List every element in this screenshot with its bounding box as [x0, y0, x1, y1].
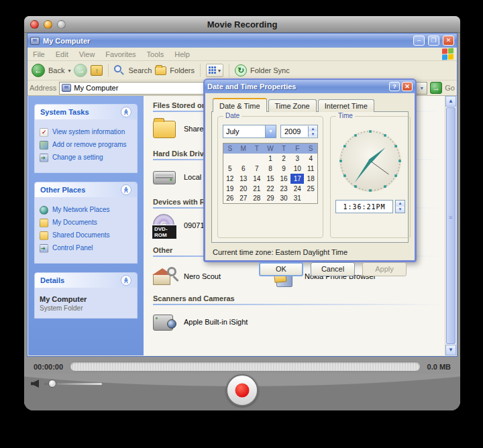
dialog-titlebar[interactable]: Date and Time Properties ? ✕	[205, 80, 415, 93]
calendar-day[interactable]: 14	[250, 174, 264, 184]
views-grid-icon	[209, 66, 217, 74]
views-button[interactable]: ▾	[206, 64, 223, 77]
menu-bar: File Edit View Favorites Tools Help	[28, 48, 457, 61]
menu-tools[interactable]: Tools	[147, 50, 164, 58]
link-my-network-places[interactable]: My Network Places	[40, 206, 132, 215]
calendar-day[interactable]: 25	[304, 184, 317, 194]
calendar-day[interactable]: 22	[264, 184, 277, 194]
folder-sync-icon[interactable]: ↻	[235, 64, 247, 76]
apply-button[interactable]: Apply	[362, 262, 407, 276]
item-apple-isight[interactable]: Apple Built-in iSight	[153, 311, 445, 333]
link-shared-documents[interactable]: Shared Documents	[40, 231, 132, 240]
details-header[interactable]: Details ≪	[35, 273, 137, 288]
scrollbar-thumb[interactable]	[446, 107, 455, 344]
time-field[interactable]: 1:36:21PM	[335, 200, 393, 213]
back-icon[interactable]: ←	[32, 64, 45, 77]
close-window-button[interactable]	[30, 20, 39, 29]
calendar-day[interactable]: 18	[304, 174, 317, 184]
collapse-chevron-icon[interactable]: ≪	[121, 107, 131, 117]
calendar-day[interactable]: 2	[277, 154, 290, 164]
volume-knob[interactable]	[48, 380, 56, 388]
calendar-day[interactable]: 23	[277, 184, 290, 194]
go-icon[interactable]: →	[430, 82, 442, 94]
calendar-day[interactable]: 16	[277, 174, 290, 184]
forward-icon[interactable]: →	[74, 64, 87, 77]
calendar-day[interactable]: 26	[223, 194, 237, 204]
search-icon[interactable]	[114, 65, 125, 76]
calendar-day[interactable]: 29	[264, 194, 277, 204]
vertical-scrollbar[interactable]: ▲ ▼	[445, 96, 456, 355]
tab-internet-time[interactable]: Internet Time	[318, 99, 374, 112]
folders-icon[interactable]	[155, 66, 166, 75]
record-button[interactable]	[226, 374, 258, 406]
help-icon[interactable]: ?	[389, 82, 400, 91]
isight-camera-icon	[153, 315, 173, 331]
menu-file[interactable]: File	[33, 50, 45, 58]
calendar-day[interactable]: 24	[290, 184, 304, 194]
calendar-day[interactable]: 31	[290, 194, 304, 204]
calendar-day[interactable]: 6	[237, 164, 250, 174]
month-dropdown-icon[interactable]: ▾	[265, 125, 276, 137]
folder-sync-label[interactable]: Folder Sync	[250, 66, 290, 74]
scroll-up-icon[interactable]: ▲	[445, 96, 456, 107]
link-control-panel[interactable]: Control Panel	[40, 244, 132, 253]
time-spin-buttons[interactable]: ▲▼	[395, 200, 405, 213]
folders-label[interactable]: Folders	[170, 66, 195, 74]
task-view-system-information[interactable]: View system information	[40, 128, 132, 137]
calendar-day[interactable]: 4	[304, 154, 317, 164]
go-label[interactable]: Go	[445, 84, 455, 92]
calendar-day[interactable]: 27	[237, 194, 250, 204]
calendar-day[interactable]: 7	[250, 164, 264, 174]
scroll-down-icon[interactable]: ▼	[445, 345, 456, 355]
calendar-day[interactable]: 20	[237, 184, 250, 194]
cancel-button[interactable]: Cancel	[311, 262, 355, 276]
xp-maximize-button[interactable]: ❐	[428, 36, 439, 46]
up-folder-icon[interactable]: ↑	[91, 65, 103, 76]
calendar-day[interactable]: 1	[264, 154, 277, 164]
other-places-header[interactable]: Other Places ≪	[35, 182, 137, 197]
task-add-remove-programs[interactable]: Add or remove programs	[40, 141, 132, 150]
calendar-day[interactable]: 21	[250, 184, 264, 194]
calendar[interactable]: SMTWTFS 12345678910111213141516171819202…	[223, 143, 318, 204]
calendar-day[interactable]: 15	[264, 174, 277, 184]
xp-close-button[interactable]: ✕	[443, 36, 454, 46]
calendar-day[interactable]: 17	[290, 174, 304, 184]
collapse-chevron-icon[interactable]: ≪	[121, 184, 131, 195]
calendar-day[interactable]: 12	[223, 174, 237, 184]
calendar-day[interactable]: 3	[290, 154, 304, 164]
volume-slider[interactable]	[44, 383, 102, 385]
address-dropdown-icon[interactable]: ▾	[416, 82, 427, 95]
zoom-window-button[interactable]	[57, 20, 66, 29]
calendar-day[interactable]: 8	[264, 164, 277, 174]
minimize-window-button[interactable]	[44, 20, 52, 29]
system-tasks-header[interactable]: System Tasks ≪	[35, 105, 137, 119]
mac-titlebar[interactable]: Movie Recording	[24, 16, 460, 33]
year-spin-buttons[interactable]: ▲▼	[308, 126, 317, 137]
year-spinner[interactable]: 2009 ▲▼	[280, 125, 318, 138]
menu-help[interactable]: Help	[174, 50, 190, 58]
calendar-day[interactable]: 9	[277, 164, 290, 174]
calendar-day[interactable]: 30	[277, 194, 290, 204]
back-dropdown-icon[interactable]: ▾	[68, 68, 70, 74]
menu-view[interactable]: View	[79, 50, 95, 58]
search-label[interactable]: Search	[128, 66, 152, 74]
calendar-day[interactable]: 5	[223, 164, 237, 174]
link-my-documents[interactable]: My Documents	[40, 219, 132, 227]
calendar-day[interactable]: 10	[290, 164, 304, 174]
calendar-day[interactable]: 13	[237, 174, 250, 184]
ok-button[interactable]: OK	[259, 262, 303, 276]
collapse-chevron-icon[interactable]: ≪	[121, 275, 131, 286]
menu-edit[interactable]: Edit	[56, 50, 68, 58]
calendar-day[interactable]: 28	[250, 194, 264, 204]
calendar-day[interactable]: 11	[304, 164, 317, 174]
dialog-close-icon[interactable]: ✕	[402, 82, 413, 91]
menu-favorites[interactable]: Favorites	[105, 50, 136, 58]
xp-minimize-button[interactable]: –	[413, 36, 425, 46]
tab-date-time[interactable]: Date & Time	[213, 98, 267, 112]
back-label[interactable]: Back	[48, 66, 64, 74]
calendar-day[interactable]: 19	[223, 184, 237, 194]
xp-titlebar[interactable]: My Computer – ❐ ✕	[28, 34, 457, 48]
task-change-a-setting[interactable]: Change a setting	[40, 154, 132, 162]
tab-time-zone[interactable]: Time Zone	[268, 99, 317, 112]
month-select[interactable]: July ▾	[223, 125, 276, 138]
